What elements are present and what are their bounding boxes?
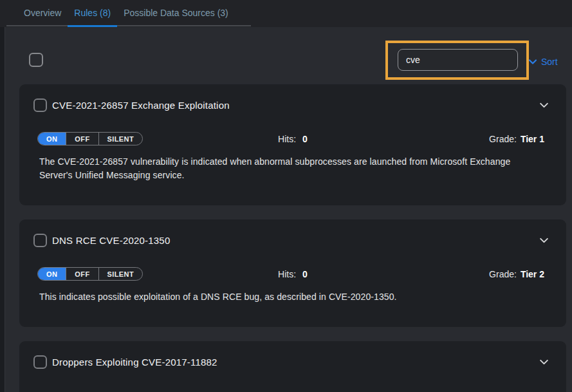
- rule-description: The CVE-2021-26857 vulnerability is indi…: [19, 155, 566, 182]
- state-toggle: ON OFF SILENT: [37, 267, 143, 281]
- grade: Grade: Tier 1: [489, 134, 566, 144]
- hits-value: 0: [302, 269, 308, 279]
- rule-card-header[interactable]: CVE-2021-26857 Exchange Exploitation: [19, 84, 566, 112]
- sort-label: Sort: [541, 57, 558, 67]
- tab-possible-data-sources[interactable]: Possible Data Sources (3): [117, 0, 235, 25]
- expand-chevron-icon[interactable]: [539, 100, 549, 111]
- tab-bar: Overview Rules (8) Possible Data Sources…: [0, 0, 572, 27]
- sort-button[interactable]: Sort: [528, 57, 558, 67]
- grade-label: Grade:: [489, 269, 517, 279]
- search-highlight-box: [385, 41, 529, 80]
- rule-card: DNS RCE CVE-2020-1350 ON OFF SILENT Hits…: [19, 219, 566, 327]
- state-silent-button[interactable]: SILENT: [99, 133, 143, 145]
- state-on-button[interactable]: ON: [38, 268, 66, 280]
- rules-list: CVE-2021-26857 Exchange Exploitation ON …: [0, 84, 572, 392]
- rule-card: CVE-2021-26857 Exchange Exploitation ON …: [19, 84, 566, 205]
- rule-meta-row: ON OFF SILENT Hits: 0 Grade: Tier 2: [19, 267, 566, 281]
- rule-title: Droppers Exploiting CVE-2017-11882: [52, 357, 217, 368]
- rules-page: Overview Rules (8) Possible Data Sources…: [0, 0, 572, 392]
- chevron-down-icon: [528, 57, 538, 67]
- rule-card-header[interactable]: DNS RCE CVE-2020-1350: [19, 219, 566, 247]
- hits-label: Hits:: [278, 134, 296, 144]
- list-toolbar: Sort: [0, 27, 572, 84]
- rule-checkbox[interactable]: [33, 355, 47, 369]
- state-toggle: ON OFF SILENT: [37, 132, 143, 145]
- rule-checkbox[interactable]: [33, 234, 47, 247]
- state-silent-button[interactable]: SILENT: [99, 268, 143, 280]
- grade: Grade: Tier 2: [489, 269, 566, 279]
- hits-value: 0: [302, 134, 308, 144]
- rule-description: This indicates possible exploitation of …: [19, 290, 566, 304]
- grade-value: Tier 1: [521, 134, 544, 144]
- tab-overview[interactable]: Overview: [17, 0, 68, 25]
- select-all-checkbox[interactable]: [29, 53, 43, 67]
- rule-title: CVE-2021-26857 Exchange Exploitation: [52, 100, 230, 111]
- state-on-button[interactable]: ON: [38, 133, 66, 145]
- rule-title: DNS RCE CVE-2020-1350: [52, 235, 170, 246]
- tab-rules[interactable]: Rules (8): [68, 0, 117, 27]
- tabs: Overview Rules (8) Possible Data Sources…: [6, 0, 251, 26]
- rule-checkbox[interactable]: [33, 98, 47, 112]
- expand-chevron-icon[interactable]: [539, 235, 549, 246]
- hits: Hits: 0: [278, 132, 308, 145]
- grade-value: Tier 2: [521, 269, 544, 279]
- state-off-button[interactable]: OFF: [66, 268, 98, 280]
- grade-label: Grade:: [489, 134, 517, 144]
- search-input[interactable]: [398, 49, 518, 71]
- hits: Hits: 0: [278, 267, 308, 281]
- rule-card: Droppers Exploiting CVE-2017-11882: [19, 341, 566, 392]
- expand-chevron-icon[interactable]: [539, 357, 549, 368]
- rule-meta-row: ON OFF SILENT Hits: 0 Grade: Tier 1: [19, 132, 566, 145]
- rule-card-header[interactable]: Droppers Exploiting CVE-2017-11882: [19, 341, 566, 369]
- state-off-button[interactable]: OFF: [66, 133, 98, 145]
- hits-label: Hits:: [278, 269, 296, 279]
